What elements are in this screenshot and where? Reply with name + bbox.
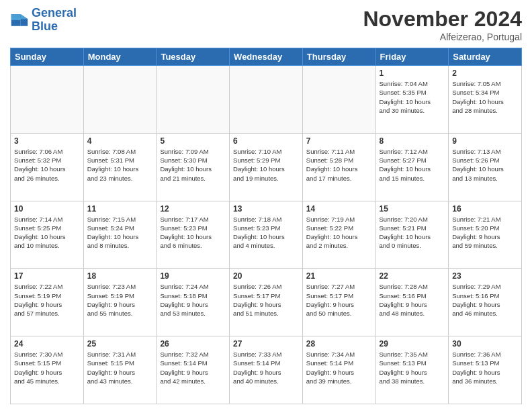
calendar-day: 28Sunrise: 7:34 AM Sunset: 5:14 PM Dayli… [302,336,375,404]
day-number: 19 [160,271,226,281]
calendar-day: 20Sunrise: 7:26 AM Sunset: 5:17 PM Dayli… [230,269,303,336]
day-info: Sunrise: 7:20 AM Sunset: 5:21 PM Dayligh… [380,215,445,250]
day-number: 4 [87,136,153,146]
calendar-day: 23Sunrise: 7:29 AM Sunset: 5:16 PM Dayli… [449,269,522,336]
calendar-day: 24Sunrise: 7:30 AM Sunset: 5:15 PM Dayli… [11,336,84,404]
day-number: 22 [380,271,445,281]
day-info: Sunrise: 7:36 AM Sunset: 5:13 PM Dayligh… [452,350,518,385]
calendar-day: 14Sunrise: 7:19 AM Sunset: 5:22 PM Dayli… [302,201,375,269]
calendar-day: 22Sunrise: 7:28 AM Sunset: 5:16 PM Dayli… [375,269,449,336]
weekday-header-wednesday: Wednesday [230,48,303,66]
day-info: Sunrise: 7:11 AM Sunset: 5:28 PM Dayligh… [306,147,372,183]
weekday-header-monday: Monday [83,48,157,66]
day-number: 13 [233,204,299,214]
calendar-day: 17Sunrise: 7:22 AM Sunset: 5:19 PM Dayli… [11,269,84,336]
day-info: Sunrise: 7:30 AM Sunset: 5:15 PM Dayligh… [14,350,80,385]
header: General Blue November 2024 Alfeizerao, P… [10,7,522,42]
day-number: 6 [233,136,299,146]
day-number: 21 [306,271,372,281]
day-info: Sunrise: 7:08 AM Sunset: 5:31 PM Dayligh… [87,147,153,183]
calendar-week-1: 1Sunrise: 7:04 AM Sunset: 5:35 PM Daylig… [11,66,522,134]
day-number: 8 [380,136,445,146]
calendar-day: 18Sunrise: 7:23 AM Sunset: 5:19 PM Dayli… [83,269,157,336]
day-number: 23 [452,271,518,281]
logo-text: General Blue [32,7,77,34]
calendar-day: 13Sunrise: 7:18 AM Sunset: 5:23 PM Dayli… [230,201,303,269]
day-number: 2 [452,68,518,78]
weekday-header-thursday: Thursday [302,48,375,66]
day-number: 7 [306,136,372,146]
day-info: Sunrise: 7:06 AM Sunset: 5:32 PM Dayligh… [14,147,80,183]
calendar-day: 10Sunrise: 7:14 AM Sunset: 5:25 PM Dayli… [11,201,84,269]
day-number: 20 [233,271,299,281]
day-info: Sunrise: 7:15 AM Sunset: 5:24 PM Dayligh… [87,215,153,250]
day-info: Sunrise: 7:22 AM Sunset: 5:19 PM Dayligh… [14,282,80,318]
day-info: Sunrise: 7:23 AM Sunset: 5:19 PM Dayligh… [87,282,153,318]
calendar-day: 5Sunrise: 7:09 AM Sunset: 5:30 PM Daylig… [157,133,230,201]
day-info: Sunrise: 7:18 AM Sunset: 5:23 PM Dayligh… [233,215,299,250]
location-subtitle: Alfeizerao, Portugal [363,32,522,42]
calendar-day: 12Sunrise: 7:17 AM Sunset: 5:23 PM Dayli… [157,201,230,269]
day-info: Sunrise: 7:27 AM Sunset: 5:17 PM Dayligh… [306,282,372,318]
day-info: Sunrise: 7:24 AM Sunset: 5:18 PM Dayligh… [160,282,226,318]
day-info: Sunrise: 7:10 AM Sunset: 5:29 PM Dayligh… [233,147,299,183]
calendar-day: 8Sunrise: 7:12 AM Sunset: 5:27 PM Daylig… [375,133,449,201]
calendar-day: 16Sunrise: 7:21 AM Sunset: 5:20 PM Dayli… [449,201,522,269]
day-number: 12 [160,204,226,214]
weekday-header-friday: Friday [375,48,449,66]
page: General Blue November 2024 Alfeizerao, P… [0,0,532,411]
day-info: Sunrise: 7:19 AM Sunset: 5:22 PM Dayligh… [306,215,372,250]
weekday-header-row: SundayMondayTuesdayWednesdayThursdayFrid… [11,48,522,66]
day-info: Sunrise: 7:29 AM Sunset: 5:16 PM Dayligh… [452,282,518,318]
calendar-day: 29Sunrise: 7:35 AM Sunset: 5:13 PM Dayli… [375,336,449,404]
day-info: Sunrise: 7:28 AM Sunset: 5:16 PM Dayligh… [380,282,445,318]
day-number: 26 [160,339,226,349]
day-info: Sunrise: 7:05 AM Sunset: 5:34 PM Dayligh… [452,79,518,115]
day-number: 27 [233,339,299,349]
day-info: Sunrise: 7:14 AM Sunset: 5:25 PM Dayligh… [14,215,80,250]
calendar-day: 9Sunrise: 7:13 AM Sunset: 5:26 PM Daylig… [449,133,522,201]
day-number: 14 [306,204,372,214]
day-number: 9 [452,136,518,146]
calendar-day: 2Sunrise: 7:05 AM Sunset: 5:34 PM Daylig… [449,66,522,134]
logo-icon [10,11,29,30]
day-number: 28 [306,339,372,349]
calendar-day: 7Sunrise: 7:11 AM Sunset: 5:28 PM Daylig… [302,133,375,201]
calendar-week-5: 24Sunrise: 7:30 AM Sunset: 5:15 PM Dayli… [11,336,522,404]
calendar-day: 26Sunrise: 7:32 AM Sunset: 5:14 PM Dayli… [157,336,230,404]
day-number: 11 [87,204,153,214]
day-number: 15 [380,204,445,214]
weekday-header-tuesday: Tuesday [157,48,230,66]
calendar-day [83,66,157,134]
day-number: 24 [14,339,80,349]
logo: General Blue [10,7,77,34]
calendar-day: 3Sunrise: 7:06 AM Sunset: 5:32 PM Daylig… [11,133,84,201]
calendar-day [230,66,303,134]
calendar-day: 30Sunrise: 7:36 AM Sunset: 5:13 PM Dayli… [449,336,522,404]
day-number: 25 [87,339,153,349]
logo-line1: General [32,6,77,19]
weekday-header-sunday: Sunday [11,48,84,66]
day-number: 10 [14,204,80,214]
calendar-day: 6Sunrise: 7:10 AM Sunset: 5:29 PM Daylig… [230,133,303,201]
day-info: Sunrise: 7:31 AM Sunset: 5:15 PM Dayligh… [87,350,153,385]
day-info: Sunrise: 7:09 AM Sunset: 5:30 PM Dayligh… [160,147,226,183]
day-number: 1 [380,68,445,78]
calendar-day: 1Sunrise: 7:04 AM Sunset: 5:35 PM Daylig… [375,66,449,134]
day-number: 29 [380,339,445,349]
day-info: Sunrise: 7:32 AM Sunset: 5:14 PM Dayligh… [160,350,226,385]
calendar-day: 27Sunrise: 7:33 AM Sunset: 5:14 PM Dayli… [230,336,303,404]
day-info: Sunrise: 7:33 AM Sunset: 5:14 PM Dayligh… [233,350,299,385]
day-number: 3 [14,136,80,146]
calendar-day: 11Sunrise: 7:15 AM Sunset: 5:24 PM Dayli… [83,201,157,269]
calendar-week-4: 17Sunrise: 7:22 AM Sunset: 5:19 PM Dayli… [11,269,522,336]
calendar-day: 4Sunrise: 7:08 AM Sunset: 5:31 PM Daylig… [83,133,157,201]
calendar-table: SundayMondayTuesdayWednesdayThursdayFrid… [10,48,522,404]
calendar-week-2: 3Sunrise: 7:06 AM Sunset: 5:32 PM Daylig… [11,133,522,201]
calendar-day [157,66,230,134]
calendar-day: 21Sunrise: 7:27 AM Sunset: 5:17 PM Dayli… [302,269,375,336]
day-number: 30 [452,339,518,349]
svg-rect-4 [11,14,21,20]
day-info: Sunrise: 7:12 AM Sunset: 5:27 PM Dayligh… [380,147,445,183]
day-info: Sunrise: 7:13 AM Sunset: 5:26 PM Dayligh… [452,147,518,183]
